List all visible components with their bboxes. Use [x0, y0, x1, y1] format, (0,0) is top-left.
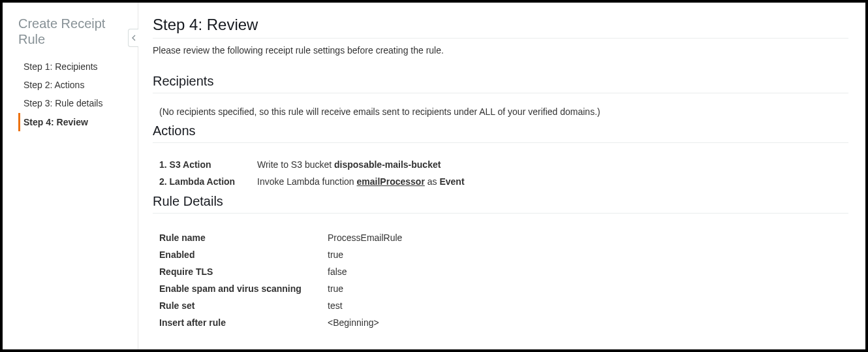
- actions-heading: Actions: [153, 123, 848, 138]
- caret-left-icon: [132, 35, 136, 41]
- detail-value: <Beginning>: [328, 317, 379, 328]
- action-label: 2. Lambda Action: [159, 176, 257, 187]
- sidebar: Create Receipt Rule Step 1: Recipients S…: [3, 3, 138, 349]
- detail-row-rule-name: Rule name ProcessEmailRule: [159, 229, 848, 246]
- sidebar-collapse-handle[interactable]: [128, 29, 138, 47]
- nav-step-1[interactable]: Step 1: Recipients: [18, 57, 126, 76]
- rule-details-heading: Rule Details: [153, 194, 848, 209]
- detail-value: true: [328, 283, 343, 294]
- app-frame: Create Receipt Rule Step 1: Recipients S…: [0, 0, 868, 352]
- detail-value: true: [328, 249, 343, 260]
- action-desc-post-pre: as: [425, 176, 440, 187]
- detail-label: Insert after rule: [159, 317, 328, 328]
- nav-step-4[interactable]: Step 4: Review: [18, 113, 126, 131]
- nav-step-2[interactable]: Step 2: Actions: [18, 76, 126, 94]
- action-invocation-type: Event: [439, 176, 464, 187]
- detail-label: Enable spam and virus scanning: [159, 283, 328, 294]
- detail-row-require-tls: Require TLS false: [159, 263, 848, 280]
- detail-label: Rule set: [159, 300, 328, 311]
- detail-row-insert-after: Insert after rule <Beginning>: [159, 314, 848, 331]
- detail-row-spam-virus: Enable spam and virus scanning true: [159, 280, 848, 297]
- action-target: disposable-mails-bucket: [334, 159, 441, 170]
- actions-divider: [153, 142, 848, 143]
- detail-row-enabled: Enabled true: [159, 246, 848, 263]
- recipients-heading: Recipients: [153, 74, 848, 89]
- nav-step-3[interactable]: Step 3: Rule details: [18, 94, 126, 112]
- main-content: Step 4: Review Please review the followi…: [138, 3, 865, 349]
- action-label: 1. S3 Action: [159, 159, 257, 170]
- title-divider: [153, 38, 848, 39]
- wizard-nav: Step 1: Recipients Step 2: Actions Step …: [18, 57, 126, 131]
- intro-text: Please review the following receipt rule…: [153, 45, 848, 56]
- action-description: Invoke Lambda function emailProcessor as…: [257, 176, 465, 187]
- action-desc-pre: Write to S3 bucket: [257, 159, 334, 170]
- detail-row-rule-set: Rule set test: [159, 297, 848, 314]
- lambda-function-link[interactable]: emailProcessor: [357, 176, 425, 187]
- page-title: Step 4: Review: [153, 16, 848, 34]
- detail-label: Require TLS: [159, 266, 328, 277]
- action-desc-pre: Invoke Lambda function: [257, 176, 357, 187]
- detail-value: ProcessEmailRule: [328, 232, 402, 243]
- detail-label: Rule name: [159, 232, 328, 243]
- action-description: Write to S3 bucket disposable-mails-buck…: [257, 159, 441, 170]
- rule-details-table: Rule name ProcessEmailRule Enabled true …: [153, 220, 848, 331]
- actions-table: 1. S3 Action Write to S3 bucket disposab…: [153, 150, 848, 194]
- action-row-s3: 1. S3 Action Write to S3 bucket disposab…: [159, 156, 848, 173]
- detail-value: test: [328, 300, 343, 311]
- detail-label: Enabled: [159, 249, 328, 260]
- sidebar-title: Create Receipt Rule: [18, 16, 126, 47]
- recipients-divider: [153, 93, 848, 93]
- detail-value: false: [328, 266, 347, 277]
- rule-details-divider: [153, 213, 848, 214]
- recipients-note: (No recipients specified, so this rule w…: [153, 100, 848, 123]
- action-row-lambda: 2. Lambda Action Invoke Lambda function …: [159, 173, 848, 190]
